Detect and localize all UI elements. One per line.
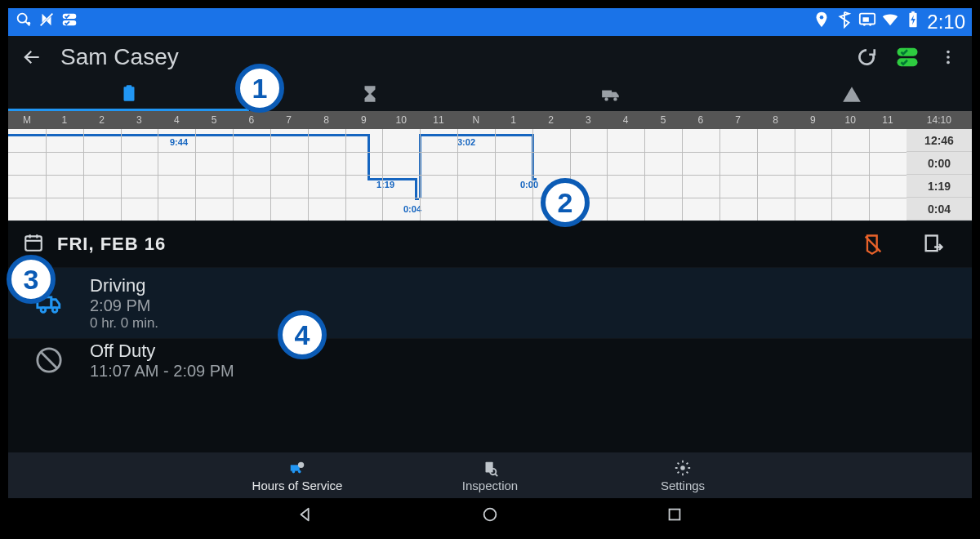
current-date: FRI, FEB 16 bbox=[57, 234, 166, 255]
svg-point-16 bbox=[947, 56, 950, 59]
svg-line-41 bbox=[41, 352, 57, 368]
callout-4: 4 bbox=[278, 310, 327, 359]
svg-point-39 bbox=[52, 308, 57, 313]
calendar-icon[interactable] bbox=[23, 232, 44, 256]
date-row: FRI, FEB 16 bbox=[8, 220, 972, 267]
voice-search-icon bbox=[15, 11, 33, 33]
svg-rect-36 bbox=[926, 236, 938, 252]
recents-softkey[interactable] bbox=[664, 504, 685, 525]
seg-off-duty-1: 9:44 bbox=[170, 137, 188, 147]
tab-vehicle[interactable] bbox=[490, 78, 731, 111]
svg-point-43 bbox=[292, 470, 296, 473]
driver-name: Sam Casey bbox=[60, 44, 179, 70]
svg-rect-14 bbox=[898, 58, 918, 66]
svg-rect-12 bbox=[911, 11, 915, 14]
bottom-nav: Hours of Service Inspection Settings bbox=[8, 452, 972, 498]
svg-rect-8 bbox=[863, 17, 869, 22]
edit-log-icon[interactable] bbox=[849, 233, 897, 256]
svg-point-22 bbox=[613, 97, 617, 100]
seg-off-duty-2: 3:02 bbox=[457, 137, 475, 147]
off-duty-icon bbox=[33, 346, 65, 374]
back-arrow-icon[interactable] bbox=[20, 45, 44, 69]
overflow-menu-icon[interactable] bbox=[936, 45, 960, 69]
status-bar: 2:10 bbox=[8, 8, 972, 36]
status-time: 11:07 AM - 2:09 PM bbox=[90, 362, 234, 381]
list-item[interactable]: Driving 2:09 PM 0 hr. 0 min. bbox=[8, 267, 972, 338]
wifi-icon bbox=[881, 11, 899, 33]
view-tabs bbox=[8, 78, 972, 111]
duty-status-grid[interactable]: M1234567891011N123456789101114:10 9:44 1… bbox=[8, 111, 972, 220]
nav-inspection[interactable]: Inspection bbox=[394, 452, 586, 498]
location-icon bbox=[813, 11, 831, 33]
svg-point-44 bbox=[298, 470, 301, 473]
svg-rect-4 bbox=[63, 14, 77, 19]
callout-2: 2 bbox=[541, 178, 590, 227]
tab-log[interactable] bbox=[8, 78, 249, 111]
svg-line-48 bbox=[495, 474, 497, 476]
android-nav-bar bbox=[8, 498, 972, 531]
svg-point-9 bbox=[863, 24, 866, 26]
home-softkey[interactable] bbox=[479, 504, 501, 525]
nav-settings[interactable]: Settings bbox=[586, 452, 779, 498]
bluetooth-icon bbox=[835, 11, 853, 33]
svg-rect-20 bbox=[602, 91, 612, 98]
clock-text: 2:10 bbox=[927, 11, 965, 33]
status-label: Driving bbox=[90, 275, 158, 296]
back-softkey[interactable] bbox=[295, 504, 316, 525]
svg-point-49 bbox=[680, 466, 685, 470]
list-item[interactable]: Off Duty 11:07 AM - 2:09 PM bbox=[8, 338, 972, 381]
checklist-icon bbox=[60, 11, 78, 33]
tab-alerts[interactable] bbox=[731, 78, 972, 111]
app-title-bar: Sam Casey bbox=[8, 36, 972, 78]
status-time: 2:09 PM bbox=[90, 296, 158, 315]
callout-3: 3 bbox=[7, 255, 56, 304]
svg-rect-5 bbox=[63, 20, 77, 25]
truck-status-icon bbox=[858, 11, 876, 33]
svg-point-45 bbox=[298, 461, 304, 467]
seg-zero: 0:00 bbox=[520, 180, 538, 189]
svg-point-6 bbox=[820, 16, 824, 20]
seg-driving: 1:19 bbox=[376, 180, 394, 189]
svg-rect-46 bbox=[486, 461, 493, 472]
callout-1: 1 bbox=[235, 64, 284, 113]
nav-hours-of-service[interactable]: Hours of Service bbox=[201, 452, 394, 498]
svg-point-17 bbox=[947, 61, 950, 65]
screen: 2:10 Sam Casey M1234567891011N1234567891… bbox=[8, 8, 972, 531]
status-duration: 0 hr. 0 min. bbox=[90, 315, 158, 332]
export-log-icon[interactable] bbox=[910, 233, 957, 256]
svg-rect-32 bbox=[25, 236, 42, 250]
svg-point-21 bbox=[604, 97, 608, 100]
status-ok-icon[interactable] bbox=[895, 45, 920, 69]
refresh-icon[interactable] bbox=[854, 45, 879, 69]
svg-point-50 bbox=[484, 509, 497, 521]
seg-on-duty-short: 0:04 bbox=[403, 204, 421, 214]
svg-rect-51 bbox=[670, 510, 680, 520]
svg-rect-19 bbox=[126, 85, 131, 88]
svg-rect-18 bbox=[123, 87, 134, 100]
svg-point-38 bbox=[41, 308, 46, 313]
svg-point-10 bbox=[870, 24, 872, 26]
no-network-icon bbox=[38, 11, 56, 33]
battery-charging-icon bbox=[904, 11, 922, 33]
svg-rect-13 bbox=[898, 48, 918, 56]
svg-point-15 bbox=[947, 51, 950, 54]
svg-point-2 bbox=[28, 22, 31, 25]
tab-sand-timer[interactable] bbox=[249, 78, 490, 111]
status-label: Off Duty bbox=[90, 341, 234, 362]
